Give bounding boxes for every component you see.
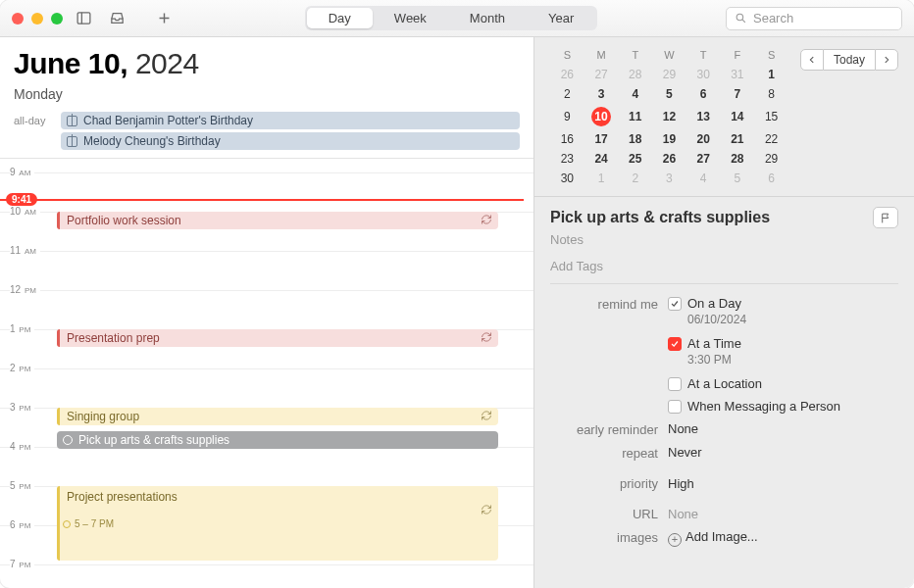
on-a-day-label: On a Day: [687, 296, 741, 311]
repeat-icon: [481, 214, 492, 228]
mini-day[interactable]: 9: [550, 104, 584, 129]
at-a-time-value[interactable]: 3:30 PM: [687, 353, 898, 367]
flag-button[interactable]: [873, 207, 898, 228]
mini-day[interactable]: 30: [686, 65, 721, 84]
mini-day[interactable]: 1: [754, 65, 788, 84]
mini-day[interactable]: 23: [550, 149, 584, 169]
mini-calendar[interactable]: SMTWTFS262728293031123456789101112131415…: [550, 49, 788, 188]
mini-day[interactable]: 31: [721, 65, 755, 84]
svg-point-1: [736, 14, 743, 21]
mini-day[interactable]: 29: [652, 65, 686, 84]
allday-event[interactable]: Melody Cheung's Birthday: [61, 132, 520, 150]
add-image-button[interactable]: +Add Image...: [668, 529, 898, 547]
mini-day[interactable]: 10: [584, 104, 619, 129]
on-a-day-checkbox[interactable]: On a Day: [668, 296, 898, 311]
mini-day[interactable]: 21: [721, 129, 755, 149]
search-input[interactable]: Search: [726, 7, 902, 30]
mini-day[interactable]: 5: [721, 169, 755, 188]
svg-rect-0: [77, 13, 90, 24]
mini-day[interactable]: 27: [584, 65, 619, 84]
current-time-line: 9:41: [0, 199, 524, 201]
calendar-event[interactable]: Singing group: [57, 408, 498, 425]
mini-day[interactable]: 24: [584, 149, 619, 169]
mini-day[interactable]: 17: [584, 129, 619, 149]
mini-day[interactable]: 19: [652, 129, 686, 149]
next-button[interactable]: [875, 49, 898, 71]
repeat-icon: [481, 504, 492, 518]
detail-title[interactable]: Pick up arts & crafts supplies: [550, 209, 873, 226]
mini-day[interactable]: 4: [618, 84, 652, 104]
mini-day[interactable]: 22: [754, 129, 788, 149]
calendar-event[interactable]: Project presentations5 – 7 PM: [57, 486, 498, 561]
event-title: Presentation prep: [67, 331, 160, 345]
on-a-day-value[interactable]: 06/10/2024: [687, 313, 898, 326]
gift-icon: [67, 116, 77, 126]
mini-day[interactable]: 15: [754, 104, 788, 129]
when-messaging-checkbox[interactable]: When Messaging a Person: [668, 399, 898, 414]
mini-day[interactable]: 13: [686, 104, 721, 129]
reminder-detail: Pick up arts & crafts supplies Notes Add…: [534, 196, 914, 588]
mini-day[interactable]: 12: [652, 104, 686, 129]
mini-day[interactable]: 18: [618, 129, 652, 149]
mini-day[interactable]: 2: [618, 169, 652, 188]
mini-day[interactable]: 5: [652, 84, 686, 104]
calendar-event[interactable]: Presentation prep: [57, 329, 498, 347]
priority-value[interactable]: High: [668, 468, 898, 491]
view-day[interactable]: Day: [307, 8, 373, 28]
mini-day[interactable]: 29: [754, 149, 788, 169]
url-value[interactable]: None: [668, 499, 898, 521]
mini-day[interactable]: 27: [686, 149, 721, 169]
mini-day[interactable]: 30: [550, 169, 584, 188]
remind-label: remind me: [550, 296, 658, 312]
mini-day[interactable]: 7: [721, 84, 755, 104]
view-week[interactable]: Week: [373, 8, 448, 28]
timeline[interactable]: 8 AM9 AM10 AM11 AM12 PM1 PM2 PM3 PM4 PM5…: [0, 159, 533, 588]
mini-day[interactable]: 28: [721, 149, 755, 169]
inbox-icon[interactable]: [104, 8, 129, 29]
notes-field[interactable]: Notes: [550, 232, 898, 247]
tags-field[interactable]: Add Tags: [550, 259, 898, 284]
view-month[interactable]: Month: [448, 8, 527, 28]
at-location-checkbox[interactable]: At a Location: [668, 376, 898, 391]
when-messaging-label: When Messaging a Person: [687, 399, 840, 414]
add-event-icon[interactable]: [151, 8, 177, 29]
early-reminder-value[interactable]: None: [668, 421, 898, 436]
day-view: June 10, 2024 Monday all-day Chad Benjam…: [0, 37, 534, 588]
allday-label: all-day: [14, 112, 53, 126]
check-icon: [670, 299, 680, 309]
mini-day[interactable]: 4: [686, 169, 721, 188]
calendars-toggle-icon[interactable]: [71, 8, 96, 29]
allday-event[interactable]: Chad Benjamin Potter's Birthday: [61, 112, 520, 129]
mini-day[interactable]: 28: [618, 65, 652, 84]
repeat-label: repeat: [550, 445, 658, 461]
prev-button[interactable]: [800, 49, 824, 71]
hour-label: 11 AM: [10, 245, 40, 256]
mini-day[interactable]: 20: [686, 129, 721, 149]
mini-day[interactable]: 11: [618, 104, 652, 129]
mini-day[interactable]: 8: [754, 84, 788, 104]
mini-day[interactable]: 26: [652, 149, 686, 169]
calendar-event[interactable]: Portfolio work session: [57, 212, 498, 229]
mini-day[interactable]: 6: [686, 84, 721, 104]
mini-day[interactable]: 1: [584, 169, 619, 188]
today-button[interactable]: Today: [824, 49, 875, 71]
mini-day[interactable]: 25: [618, 149, 652, 169]
view-year[interactable]: Year: [527, 8, 595, 28]
event-title: Singing group: [67, 410, 139, 423]
hour-line: 11 AM: [0, 251, 533, 252]
mini-dow: T: [686, 49, 721, 65]
allday-events: Chad Benjamin Potter's BirthdayMelody Ch…: [61, 112, 520, 150]
calendar-event[interactable]: Pick up arts & crafts supplies: [57, 431, 498, 449]
at-a-time-checkbox[interactable]: At a Time: [668, 336, 898, 351]
mini-day[interactable]: 2: [550, 84, 584, 104]
mini-day[interactable]: 3: [652, 169, 686, 188]
mini-day[interactable]: 6: [754, 169, 788, 188]
repeat-value[interactable]: Never: [668, 445, 898, 460]
mini-day[interactable]: 26: [550, 65, 584, 84]
mini-day[interactable]: 3: [584, 84, 619, 104]
zoom-window-icon[interactable]: [51, 13, 63, 24]
minimize-window-icon[interactable]: [31, 13, 43, 24]
close-window-icon[interactable]: [12, 13, 24, 24]
mini-day[interactable]: 16: [550, 129, 584, 149]
mini-day[interactable]: 14: [721, 104, 755, 129]
